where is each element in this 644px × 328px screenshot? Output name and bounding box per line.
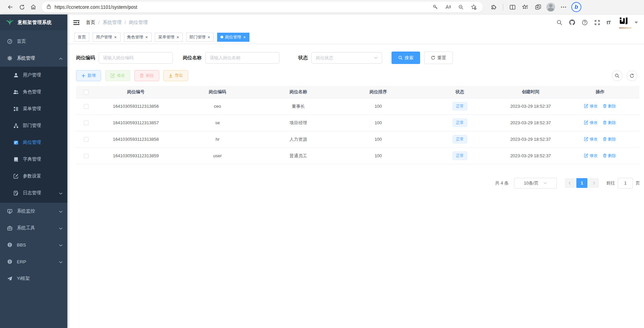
sidebar-item-system[interactable]: 系统管理 (0, 50, 67, 67)
edit-button[interactable]: 修改 (105, 70, 130, 81)
log-icon (13, 191, 19, 196)
font-size-icon[interactable]: tT (607, 20, 611, 25)
tab-roles[interactable]: 角色管理 × (124, 33, 152, 42)
split-screen-icon[interactable] (507, 1, 518, 13)
add-button[interactable]: 新增 (76, 70, 101, 81)
back-icon[interactable] (5, 1, 16, 13)
post-code-input[interactable] (99, 52, 173, 64)
post-name-input[interactable] (205, 52, 279, 64)
row-delete-link[interactable]: 删除 (603, 136, 616, 142)
user-menu[interactable] (619, 17, 638, 28)
url-text[interactable]: https://ccnetcore.com:1101/system/post (55, 4, 430, 10)
read-aloud-icon[interactable] (442, 1, 454, 13)
collections-icon[interactable] (532, 1, 544, 13)
row-checkbox[interactable] (84, 104, 89, 109)
tab-posts[interactable]: 岗位管理 × (217, 33, 249, 42)
status-select[interactable]: 岗位状态 (311, 52, 382, 64)
page-size-select[interactable]: 10条/页 (514, 178, 557, 189)
row-edit-link[interactable]: 修改 (584, 153, 598, 159)
collapse-sidebar-icon[interactable] (73, 20, 80, 25)
sidebar-item-users[interactable]: 用户管理 (0, 67, 67, 84)
row-checkbox[interactable] (84, 137, 89, 142)
sidebar-item-logs[interactable]: 日志管理 (0, 185, 67, 201)
sidebar-item-label: 系统监控 (17, 208, 59, 214)
magnifier-icon (615, 73, 619, 78)
search-button[interactable]: 搜索 (392, 52, 420, 64)
cell-post-name: 董事长 (260, 98, 337, 114)
row-delete-link[interactable]: 删除 (603, 153, 616, 159)
close-icon[interactable]: × (243, 35, 246, 39)
globe-icon (7, 259, 13, 264)
prev-page-button[interactable] (565, 178, 575, 188)
gear-icon (7, 56, 13, 61)
sidebar-item-menus[interactable]: 菜单管理 (0, 100, 67, 117)
edit-icon (584, 137, 588, 141)
row-edit-link[interactable]: 修改 (584, 136, 598, 142)
add-favorite-icon[interactable] (468, 1, 479, 13)
row-delete-link[interactable]: 删除 (603, 103, 616, 109)
sidebar-item-dictionary[interactable]: 字典管理 (0, 151, 67, 168)
sidebar-item-home[interactable]: 首页 (0, 33, 67, 50)
sidebar-item-bbs[interactable]: BBS (0, 236, 67, 253)
refresh-icon[interactable] (16, 1, 28, 13)
sidebar-item-roles[interactable]: 角色管理 (0, 84, 67, 100)
app-logo[interactable]: 意框架管理系统 (0, 14, 67, 30)
sidebar-item-yi-framework[interactable]: Yi框架 (0, 270, 67, 287)
refresh-icon (630, 73, 634, 78)
sidebar-item-departments[interactable]: 部门管理 (0, 117, 67, 134)
close-icon[interactable]: × (114, 35, 117, 39)
breadcrumb-system[interactable]: 系统管理 (103, 20, 122, 26)
close-icon[interactable]: × (207, 35, 211, 39)
refresh-table-button[interactable] (626, 70, 637, 81)
refresh-icon (431, 56, 435, 60)
row-checkbox[interactable] (84, 121, 89, 125)
search-icon[interactable] (556, 20, 563, 26)
settings-menu-icon[interactable] (558, 1, 569, 13)
toggle-search-button[interactable] (612, 70, 622, 81)
address-bar[interactable]: https://ccnetcore.com:1101/system/post (42, 2, 483, 12)
help-icon[interactable] (582, 20, 588, 26)
extensions-icon[interactable] (488, 1, 500, 13)
tab-menus[interactable]: 菜单管理 × (155, 33, 183, 42)
delete-button[interactable]: 删除 (134, 70, 159, 81)
github-icon[interactable] (569, 19, 575, 26)
key-icon[interactable] (430, 1, 441, 13)
home-icon[interactable] (28, 1, 39, 13)
badge-icon (13, 140, 19, 145)
row-delete-link[interactable]: 删除 (603, 120, 616, 126)
copilot-icon[interactable]: b (571, 1, 582, 13)
sidebar-item-tools[interactable]: 系统工具 (0, 220, 67, 236)
reset-button[interactable]: 重置 (424, 52, 453, 64)
table-row: 1641030593112313856 ceo 董事长 100 正常 2023-… (76, 98, 639, 114)
sidebar-item-label: ERP (17, 259, 59, 264)
tab-label: 岗位管理 (225, 34, 241, 40)
column-header: 岗位排序 (337, 86, 419, 98)
next-page-button[interactable] (589, 178, 599, 188)
posts-table: 岗位编号 岗位编码 岗位名称 岗位排序 状态 创建时间 操作 164103059… (76, 86, 639, 164)
profile-avatar[interactable] (545, 1, 556, 13)
chevron-left-icon (569, 181, 571, 185)
sidebar: 意框架管理系统 首页 系统管理 (0, 14, 67, 328)
zoom-out-icon[interactable] (455, 1, 467, 13)
sidebar-item-erp[interactable]: ERP (0, 253, 67, 270)
row-edit-link[interactable]: 修改 (584, 103, 598, 109)
tab-departments[interactable]: 部门管理 × (186, 33, 214, 42)
breadcrumb-home[interactable]: 首页 (86, 20, 95, 26)
sidebar-item-monitoring[interactable]: 系统监控 (0, 203, 67, 220)
favorites-icon[interactable] (519, 1, 531, 13)
export-button[interactable]: 导出 (163, 70, 188, 81)
close-icon[interactable]: × (176, 35, 179, 39)
row-checkbox[interactable] (84, 154, 89, 158)
sidebar-item-posts[interactable]: 岗位管理 (0, 134, 67, 151)
goto-page-input[interactable] (618, 178, 633, 189)
cell-post-id: 1641030593112313858 (96, 131, 175, 147)
tab-home[interactable]: 首页 (74, 33, 89, 42)
page-number-1[interactable]: 1 (576, 178, 587, 188)
tab-users[interactable]: 用户管理 × (93, 33, 121, 42)
row-edit-link[interactable]: 修改 (584, 120, 598, 126)
plus-icon (81, 74, 86, 78)
sidebar-item-parameters[interactable]: 参数设置 (0, 168, 67, 185)
close-icon[interactable]: × (145, 35, 148, 39)
fullscreen-icon[interactable] (594, 20, 600, 26)
select-all-checkbox[interactable] (84, 90, 89, 95)
